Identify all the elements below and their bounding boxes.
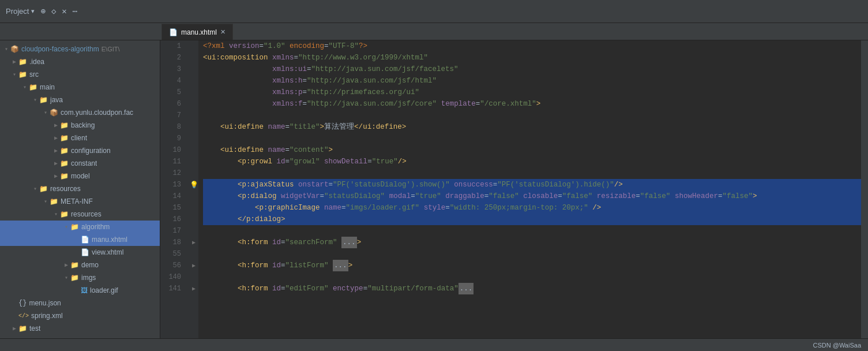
status-credit: CSDN @WaiSaa [813, 342, 862, 349]
model-arrow-icon: ▶ [52, 173, 60, 180]
configuration-arrow-icon: ▶ [52, 147, 60, 154]
close-icon[interactable]: ✕ [62, 6, 66, 16]
code-line-2: <ui:composition xmlns="http://www.w3.org… [203, 52, 861, 64]
code-line-18: <h:form id="searchForm" ...> [203, 237, 861, 248]
vertical-scrollbar[interactable] [861, 40, 868, 338]
tab-close-button[interactable]: ✕ [220, 28, 226, 36]
tab-manu-xhtml[interactable]: 📄 manu.xhtml ✕ [161, 24, 233, 40]
code-line-16: </p:dialog> [203, 214, 861, 225]
sidebar-item-test[interactable]: ▶ 📁 test [0, 322, 160, 335]
algorithm-arrow-icon: ▾ [62, 223, 70, 230]
sidebar-item-model[interactable]: ▶ 📁 model [0, 170, 160, 182]
spring-arrow-spacer: ▶ [10, 312, 18, 319]
root-badge: E\GIT\ [102, 46, 120, 53]
code-line-17 [203, 225, 861, 237]
configuration-label: configuration [71, 147, 111, 155]
editor-area: 1 2 3 4 5 6 7 8 9 10 11 12 13 14 15 16 1… [160, 40, 868, 338]
fold-arrow-56[interactable]: ▶ [192, 262, 196, 269]
sidebar-item-resources[interactable]: ▾ 📁 resources [0, 182, 160, 195]
demo-label: demo [81, 261, 99, 269]
main-arrow-icon: ▾ [21, 84, 29, 91]
bulb-gutter[interactable]: 💡 [189, 179, 198, 191]
project-label[interactable]: Project ▾ [6, 7, 35, 16]
main-layout: ▾ 📦 cloudpon-faces-algorithm E\GIT\ ▶ 📁 … [0, 40, 868, 338]
file-tree-sidebar[interactable]: ▾ 📦 cloudpon-faces-algorithm E\GIT\ ▶ 📁 … [0, 40, 160, 338]
line-numbers: 1 2 3 4 5 6 7 8 9 10 11 12 13 14 15 16 1… [160, 40, 189, 338]
sidebar-item-java[interactable]: ▾ 📁 java [0, 94, 160, 106]
algorithm-label: algorithm [81, 223, 110, 231]
sidebar-item-idea[interactable]: ▶ 📁 .idea [0, 55, 160, 68]
java-arrow-icon: ▾ [31, 96, 39, 103]
code-line-55 [203, 248, 861, 260]
gutter: 💡 ▶ ▶ ▶ [189, 40, 198, 338]
code-area[interactable]: <?xml version="1.0" encoding="UTF-8"?> <… [198, 40, 861, 338]
sidebar-item-imgs[interactable]: ▾ 📁 imgs [0, 271, 160, 284]
more-icon[interactable]: ⋯ [73, 6, 77, 16]
sidebar-item-package[interactable]: ▾ 📦 com.yunlu.cloudpon.fac [0, 106, 160, 119]
demo-arrow-icon: ▶ [62, 262, 70, 268]
client-arrow-icon: ▶ [52, 135, 60, 141]
sidebar-item-menu-json[interactable]: ▶ {} menu.json [0, 297, 160, 309]
code-line-1: <?xml version="1.0" encoding="UTF-8"?> [203, 40, 861, 52]
sidebar-item-meta-inf[interactable]: ▾ 📁 META-INF [0, 195, 160, 208]
algorithm-folder-icon: 📁 [70, 223, 79, 231]
src-folder-icon: 📁 [18, 70, 27, 79]
sidebar-item-demo[interactable]: ▶ 📁 demo [0, 259, 160, 271]
code-line-141: <h:form id="editForm" enctype="multipart… [203, 283, 861, 294]
sidebar-item-loader-gif[interactable]: ▶ 🖼 loader.gif [0, 284, 160, 297]
menu-arrow-spacer: ▶ [10, 300, 18, 307]
sidebar-item-algorithm[interactable]: ▾ 📁 algorithm [0, 221, 160, 233]
package-arrow-icon: ▾ [42, 109, 50, 116]
folder-icon: 📁 [18, 58, 27, 66]
sidebar-item-resources-inner[interactable]: ▾ 📁 resources [0, 208, 160, 221]
sidebar-item-src[interactable]: ▾ 📁 src [0, 68, 160, 81]
demo-folder-icon: 📁 [70, 261, 79, 270]
code-line-56: <h:form id="listForm" ...> [203, 260, 861, 271]
test-folder-icon: 📁 [18, 324, 27, 333]
resources-arrow-icon: ▾ [31, 185, 39, 192]
resources-folder-icon: 📁 [39, 185, 48, 193]
manu-label: manu.xhtml [92, 236, 127, 244]
root-arrow-icon: ▾ [2, 46, 10, 53]
sidebar-item-backing[interactable]: ▶ 📁 backing [0, 119, 160, 132]
idea-arrow-icon: ▶ [10, 58, 18, 65]
fold-arrow-141[interactable]: ▶ [192, 285, 196, 292]
constant-label: constant [71, 159, 97, 167]
module-icon: 📦 [10, 45, 19, 54]
src-label: src [29, 70, 39, 79]
test-label: test [29, 324, 40, 333]
loader-file-icon: 🖼 [81, 286, 88, 295]
sidebar-item-constant[interactable]: ▶ 📁 constant [0, 157, 160, 170]
constant-folder-icon: 📁 [60, 159, 69, 168]
src-arrow-icon: ▾ [10, 71, 18, 78]
chevron-down-icon[interactable]: ▾ [31, 8, 35, 15]
backing-label: backing [71, 121, 95, 129]
code-line-6: xmlns:f="http://java.sun.com/jsf/core" t… [203, 98, 861, 110]
code-line-11: <p:growl id="growl" showDetail="true"/> [203, 156, 861, 167]
sidebar-item-configuration[interactable]: ▶ 📁 configuration [0, 144, 160, 157]
java-folder-icon: 📁 [39, 96, 48, 104]
code-line-7 [203, 110, 861, 121]
spring-xml-icon: </> [18, 313, 29, 319]
title-bar-icons: ⊕ ◇ ✕ ⋯ [40, 6, 77, 16]
sidebar-item-view-xhtml[interactable]: ▶ 📄 view.xhtml [0, 246, 160, 259]
model-label: model [71, 172, 90, 180]
configuration-folder-icon: 📁 [60, 147, 69, 155]
sidebar-item-client[interactable]: ▶ 📁 client [0, 132, 160, 144]
sidebar-item-manu-xhtml[interactable]: ▶ 📄 manu.xhtml [0, 233, 160, 246]
sidebar-item-main[interactable]: ▾ 📁 main [0, 81, 160, 94]
code-line-15: <p:graphicImage name="imgs/loader.gif" s… [203, 202, 861, 214]
client-label: client [71, 134, 87, 142]
sidebar-item-spring-xml[interactable]: ▶ </> spring.xml [0, 309, 160, 322]
fold-arrow-18[interactable]: ▶ [192, 239, 196, 246]
manu-file-icon: 📄 [81, 236, 89, 244]
loader-arrow-spacer: ▶ [73, 287, 81, 294]
editor-content: 1 2 3 4 5 6 7 8 9 10 11 12 13 14 15 16 1… [160, 40, 868, 338]
tab-file-icon: 📄 [169, 28, 178, 36]
tab-bar: 📄 manu.xhtml ✕ [0, 23, 868, 40]
sidebar-item-root[interactable]: ▾ 📦 cloudpon-faces-algorithm E\GIT\ [0, 43, 160, 55]
view-file-icon: 📄 [81, 248, 89, 257]
diamond-icon[interactable]: ◇ [51, 6, 56, 16]
view-arrow-spacer: ▶ [73, 249, 81, 256]
sync-icon[interactable]: ⊕ [40, 6, 45, 16]
